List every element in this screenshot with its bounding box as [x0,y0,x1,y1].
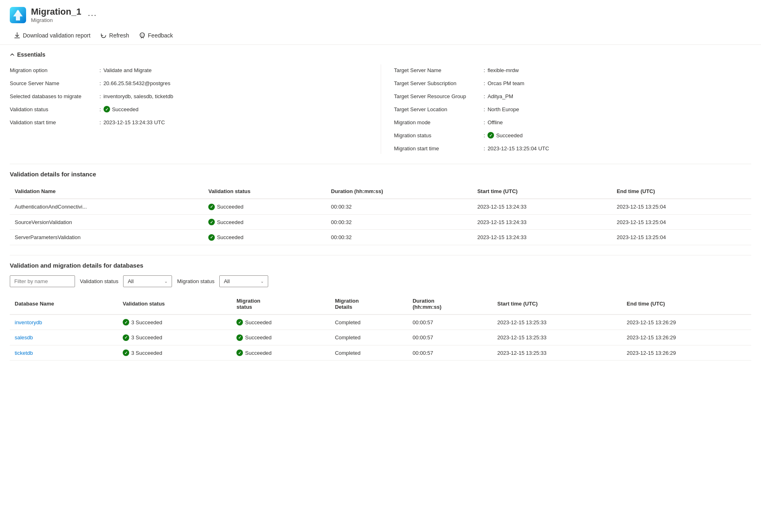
col-db-duration: Duration(hh:mm:ss) [408,294,492,314]
check-icon [236,334,243,341]
toolbar: Download validation report Refresh Feedb… [0,26,761,45]
download-validation-report-button[interactable]: Download validation report [10,30,95,41]
col-db-end-time: End time (UTC) [622,294,751,314]
svg-point-3 [141,35,142,35]
check-icon [236,350,243,356]
db-migration-details-cell: Completed [330,345,408,361]
essentials-row-source-server: Source Server Name : 20.66.25.58:5432@po… [10,77,381,89]
db-name-cell[interactable]: inventorydb [10,314,118,330]
validation-status-cell: Succeeded [203,214,326,230]
db-migration-details-cell: Completed [330,314,408,330]
db-end-time-cell: 2023-12-15 13:26:29 [622,330,751,345]
table-row: AuthenticationAndConnectivi... Succeeded… [10,199,751,214]
more-options-button[interactable]: ··· [88,10,97,20]
db-validation-status-cell: 3 Succeeded [118,345,232,361]
start-time-cell: 2023-12-15 13:24:33 [472,230,612,245]
db-link[interactable]: salesdb [15,334,33,341]
start-time-cell: 2023-12-15 13:24:33 [472,199,612,214]
validation-instance-table: Validation Name Validation status Durati… [10,184,751,245]
validation-status-filter-select[interactable]: All ⌄ [123,275,172,287]
end-time-cell: 2023-12-15 13:25:04 [612,230,751,245]
table-row: salesdb 3 Succeeded Succeeded Completed … [10,330,751,345]
migration-status-check-icon [487,132,494,138]
table-row: ticketdb 3 Succeeded Succeeded Completed… [10,345,751,361]
essentials-right: Target Server Name : flexible-mrdw Targe… [381,64,752,154]
db-duration-cell: 00:00:57 [408,345,492,361]
feedback-button[interactable]: Feedback [135,30,177,41]
essentials-row-validation-status: Validation status : Succeeded [10,103,381,115]
duration-cell: 00:00:32 [326,214,472,230]
validation-instance-header-row: Validation Name Validation status Durati… [10,184,751,199]
page-subtitle: Migration [31,17,81,23]
essentials-row-target-location: Target Server Location : North Europe [394,103,752,115]
essentials-row-migration-start-time: Migration start time : 2023-12-15 13:25:… [394,143,752,154]
db-start-time-cell: 2023-12-15 13:25:33 [492,345,622,361]
essentials-row-migration-mode: Migration mode : Offline [394,117,752,128]
table-row: inventorydb 3 Succeeded Succeeded Comple… [10,314,751,330]
check-icon [123,334,129,341]
azure-migrate-icon [10,7,26,23]
start-time-cell: 2023-12-15 13:24:33 [472,214,612,230]
db-start-time-cell: 2023-12-15 13:25:33 [492,330,622,345]
validation-status-cell: Succeeded [203,230,326,245]
filter-by-name-input[interactable] [10,275,75,287]
page-title: Migration_1 [31,7,81,17]
essentials-section-header[interactable]: Essentials [10,51,751,58]
divider-1 [10,164,751,164]
essentials-row-validation-start-time: Validation start time : 2023-12-15 13:24… [10,117,381,128]
svg-point-4 [143,35,143,35]
header-title-group: Migration_1 Migration [31,7,81,23]
db-end-time-cell: 2023-12-15 13:26:29 [622,345,751,361]
essentials-row-migration-option: Migration option : Validate and Migrate [10,64,381,76]
essentials-row-selected-databases: Selected databases to migrate : inventor… [10,90,381,102]
db-link[interactable]: ticketdb [15,350,33,356]
filter-bar: Validation status All ⌄ Migration status… [10,275,751,287]
essentials-row-migration-status: Migration status : Succeeded [394,130,752,141]
migration-status-filter-select[interactable]: All ⌄ [219,275,268,287]
db-end-time-cell: 2023-12-15 13:26:29 [622,314,751,330]
validation-status-filter-label: Validation status [80,278,118,284]
essentials-row-target-resource-group: Target Server Resource Group : Aditya_PM [394,90,752,102]
db-name-cell[interactable]: ticketdb [10,345,118,361]
validation-name-cell: ServerParametersValidation [10,230,203,245]
col-db-name: Database Name [10,294,118,314]
col-db-validation-status: Validation status [118,294,232,314]
check-icon [236,319,243,325]
download-icon [14,32,20,39]
essentials-grid: Migration option : Validate and Migrate … [10,64,751,154]
db-migration-status-cell: Succeeded [232,330,330,345]
svg-point-1 [17,10,20,13]
db-validation-status-cell: 3 Succeeded [118,330,232,345]
refresh-button[interactable]: Refresh [96,30,133,41]
validation-databases-title: Validation and migration details for dat… [10,262,751,269]
col-duration: Duration (hh:mm:ss) [326,184,472,199]
db-duration-cell: 00:00:57 [408,330,492,345]
db-migration-details-cell: Completed [330,330,408,345]
migration-status-filter-label: Migration status [177,278,214,284]
feedback-icon [139,32,146,39]
db-name-cell[interactable]: salesdb [10,330,118,345]
db-link[interactable]: inventorydb [15,319,42,325]
essentials-label: Essentials [17,51,45,58]
col-validation-status: Validation status [203,184,326,199]
db-migration-status-cell: Succeeded [232,314,330,330]
validation-databases-table: Database Name Validation status Migratio… [10,294,751,361]
svg-point-2 [140,33,144,37]
validation-instance-title: Validation details for instance [10,171,751,178]
validation-status-check-icon [104,106,110,112]
chevron-down-icon: ⌄ [164,279,168,284]
validation-name-cell: SourceVersionValidation [10,214,203,230]
table-row: SourceVersionValidation Succeeded 00:00:… [10,214,751,230]
db-duration-cell: 00:00:57 [408,314,492,330]
col-db-migration-status: Migrationstatus [232,294,330,314]
col-db-migration-details: MigrationDetails [330,294,408,314]
db-migration-status-cell: Succeeded [232,345,330,361]
end-time-cell: 2023-12-15 13:25:04 [612,214,751,230]
check-icon [208,219,215,225]
essentials-row-target-subscription: Target Server Subscription : Orcas PM te… [394,77,752,89]
db-start-time-cell: 2023-12-15 13:25:33 [492,314,622,330]
check-icon [208,234,215,241]
col-end-time: End time (UTC) [612,184,751,199]
essentials-left: Migration option : Validate and Migrate … [10,64,381,154]
refresh-icon [100,32,107,39]
